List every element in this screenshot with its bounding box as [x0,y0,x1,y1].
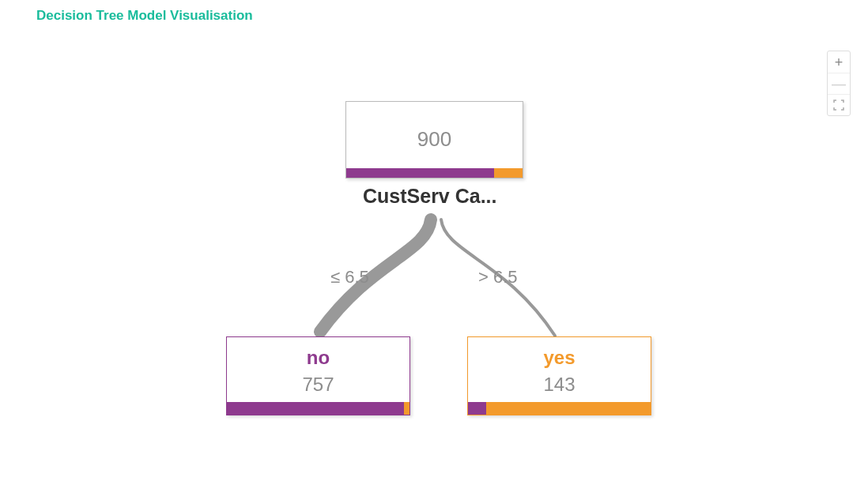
decision-tree: 900 CustServ Ca... ≤ 6.5 > 6.5 no 757 ye… [0,0,868,496]
edge-left-label: ≤ 6.5 [330,267,369,287]
leaf-class-label: no [227,347,409,369]
bar-segment-no [468,402,486,415]
edge-right-label: > 6.5 [478,267,518,287]
tree-leaf-no[interactable]: no 757 [226,336,410,415]
node-count: 900 [346,127,523,152]
tree-edges [0,0,868,496]
tree-leaf-yes[interactable]: yes 143 [467,336,651,415]
split-feature-label: CustServ Ca... [363,185,497,208]
bar-segment-yes [486,402,651,415]
node-distribution-bar [227,402,409,415]
node-count: 143 [468,374,651,396]
bar-segment-no [346,168,494,178]
leaf-class-label: yes [468,347,651,369]
bar-segment-no [227,402,404,415]
node-distribution-bar [346,168,523,178]
bar-segment-yes [494,168,523,178]
tree-root-node[interactable]: 900 [345,101,523,178]
node-count: 757 [227,374,409,396]
node-distribution-bar [468,402,651,415]
bar-segment-yes [404,402,409,415]
